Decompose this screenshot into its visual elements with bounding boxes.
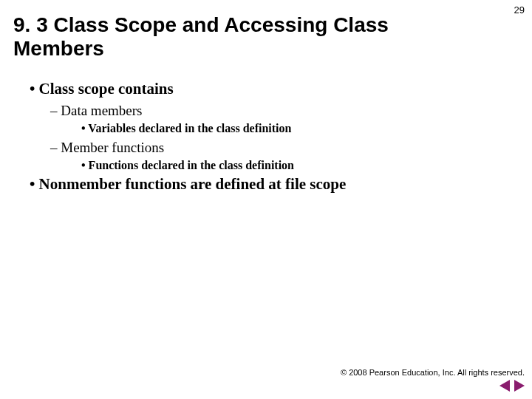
bullet-level2: Data members bbox=[50, 103, 517, 119]
page-number: 29 bbox=[514, 4, 525, 16]
bullet-level1: Nonmember functions are defined at file … bbox=[30, 175, 517, 194]
nav-controls bbox=[499, 380, 525, 392]
bullet-level3: Functions declared in the class definiti… bbox=[81, 159, 517, 172]
next-slide-icon[interactable] bbox=[514, 380, 525, 392]
copyright-text: © 2008 Pearson Education, Inc. All right… bbox=[341, 368, 525, 377]
bullet-level2: Member functions bbox=[50, 140, 517, 156]
slide-title: 9. 3 Class Scope and Accessing Class Mem… bbox=[0, 0, 532, 68]
bullet-level1: Class scope contains bbox=[30, 80, 517, 98]
slide-content: Class scope contains Data members Variab… bbox=[0, 68, 532, 194]
bullet-level3: Variables declared in the class definiti… bbox=[81, 122, 517, 135]
footer: © 2008 Pearson Education, Inc. All right… bbox=[341, 368, 525, 395]
prev-slide-icon[interactable] bbox=[499, 380, 510, 392]
